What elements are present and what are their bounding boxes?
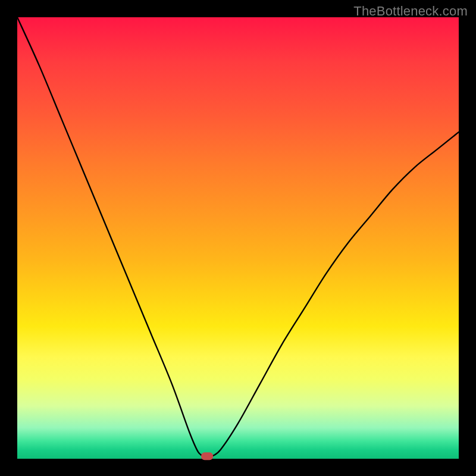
curve-left-branch <box>17 17 205 456</box>
bottleneck-curve <box>17 17 459 459</box>
plot-area <box>17 17 459 459</box>
chart-frame: TheBottleneck.com <box>0 0 476 476</box>
curve-right-branch <box>211 132 459 456</box>
minimum-marker <box>201 452 213 460</box>
watermark-text: TheBottleneck.com <box>353 4 468 19</box>
